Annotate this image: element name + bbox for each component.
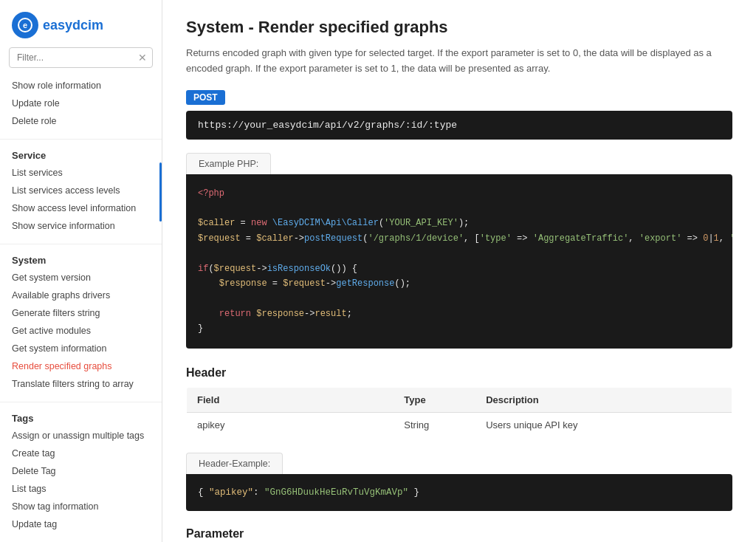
header-json-block: { "apikey": "GnG6HDuukHeEuRvTuVgKmAVp" }	[186, 474, 732, 512]
logo: e easydcim	[0, 0, 162, 47]
divider-3	[0, 402, 162, 402]
sidebar-item-graphs-drivers[interactable]: Available graphs drivers	[0, 287, 162, 304]
scroll-indicator	[159, 162, 162, 222]
sidebar-item-generate-filters[interactable]: Generate filters string	[0, 304, 162, 322]
header-example-tab-header: Header-Example:	[186, 453, 283, 474]
php-tab-header: Example PHP:	[186, 153, 271, 174]
header-section-title: Header	[186, 366, 732, 380]
clear-filter-icon[interactable]: ✕	[138, 52, 147, 63]
sidebar-item-update-role[interactable]: Update role	[0, 95, 162, 112]
sidebar-item-show-service-info[interactable]: Show service information	[0, 217, 162, 235]
api-url: https://your_easydcim/api/v2/graphs/:id/…	[186, 111, 732, 140]
section-title-service: Service	[0, 143, 162, 164]
header-col-type: Type	[394, 387, 475, 412]
header-col-desc: Description	[475, 387, 732, 412]
sidebar-item-list-services[interactable]: List services	[0, 164, 162, 182]
sidebar-item-translate-filters[interactable]: Translate filters string to array	[0, 375, 162, 393]
section-title-tags: Tags	[0, 405, 162, 427]
sidebar-section-roles: Show role information Update role Delete…	[0, 77, 162, 136]
section-title-system: System	[0, 247, 162, 269]
logo-text: easydcim	[43, 18, 103, 33]
sidebar-item-list-tags[interactable]: List tags	[0, 480, 162, 498]
sidebar: e easydcim ✕ Show role information Updat…	[0, 0, 162, 542]
method-badge: POST	[186, 90, 225, 105]
header-field-apikey: apikey	[187, 412, 394, 437]
parameter-section-title: Parameter	[186, 527, 732, 541]
header-col-field: Field	[187, 387, 394, 412]
sidebar-item-render-graphs[interactable]: Render specified graphs	[0, 357, 162, 375]
sidebar-item-show-access-level[interactable]: Show access level information	[0, 199, 162, 217]
sidebar-section-service: Service List services List services acce…	[0, 143, 162, 241]
sidebar-item-delete-tag[interactable]: Delete Tag	[0, 462, 162, 480]
php-tab[interactable]: Example PHP:	[187, 154, 270, 174]
sidebar-item-system-info[interactable]: Get system information	[0, 340, 162, 357]
sidebar-section-system: System Get system version Available grap…	[0, 247, 162, 399]
divider-2	[0, 244, 162, 244]
table-row: apikey String Users unique API key	[187, 412, 732, 437]
sidebar-item-show-role[interactable]: Show role information	[0, 77, 162, 95]
header-example-tab[interactable]: Header-Example:	[187, 453, 282, 474]
divider-1	[0, 139, 162, 140]
php-code-block: <?php $caller = new \EasyDCIM\Api\Caller…	[186, 174, 732, 349]
svg-text:e: e	[23, 21, 27, 30]
sidebar-section-tags: Tags Assign or unassign multiple tags Cr…	[0, 405, 162, 539]
main-content: System - Render specified graphs Returns…	[162, 0, 756, 542]
header-desc-apikey: Users unique API key	[475, 412, 732, 437]
header-type-string: String	[394, 412, 475, 437]
logo-icon: e	[12, 12, 38, 38]
sidebar-item-system-version[interactable]: Get system version	[0, 269, 162, 287]
filter-input[interactable]	[9, 47, 153, 68]
filter-container: ✕	[9, 47, 153, 68]
sidebar-item-show-tag-info[interactable]: Show tag information	[0, 498, 162, 515]
sidebar-item-update-tag[interactable]: Update tag	[0, 515, 162, 533]
sidebar-item-active-modules[interactable]: Get active modules	[0, 322, 162, 340]
page-description: Returns encoded graph with given type fo…	[186, 46, 732, 77]
page-title: System - Render specified graphs	[186, 18, 732, 37]
sidebar-item-list-services-access[interactable]: List services access levels	[0, 182, 162, 199]
sidebar-item-create-tag[interactable]: Create tag	[0, 445, 162, 462]
sidebar-item-assign-tags[interactable]: Assign or unassign multiple tags	[0, 427, 162, 445]
sidebar-item-delete-role[interactable]: Delete role	[0, 112, 162, 130]
header-table: Field Type Description apikey String Use…	[186, 387, 732, 438]
